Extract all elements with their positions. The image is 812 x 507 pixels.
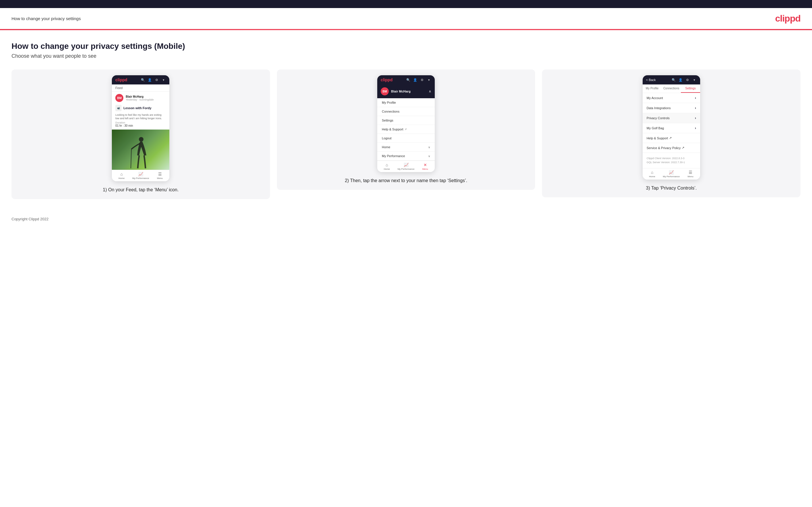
performance-label-2: My Performance [398, 168, 415, 170]
page-title: How to change your privacy settings (Mob… [11, 42, 801, 51]
feed-user-row: BM Blair McHarg Yesterday · Sunningdale [115, 94, 166, 102]
settings-item-serviceprivacy: Service & Privacy Policy ↗ [643, 143, 700, 153]
golfer-silhouette [129, 135, 152, 170]
performance-nav-item-2: 📈 My Performance [397, 163, 416, 170]
performance-icon-3: 📈 [669, 170, 674, 175]
search-icon: 🔍 [141, 77, 145, 82]
avatar: BM [115, 94, 123, 102]
version-info: Clippd Client Version: 2022.8.3-3 GQL Se… [643, 153, 700, 168]
home-label-3: Home [649, 175, 655, 178]
menu-nav-item-3: ☰ Menu [681, 170, 700, 178]
tab-connections: Connections [662, 84, 681, 93]
server-version: GQL Server Version: 2022.7.30-1 [647, 160, 696, 164]
settings-tabs: My Profile Connections Settings [643, 84, 700, 93]
lesson-title: Lesson with Fordy [123, 106, 151, 110]
phone-2-navbar: clippd 🔍 👤 ⚙ ▾ [377, 75, 435, 84]
step-3-caption: 3) Tap ‘Privacy Controls’. [646, 185, 697, 191]
settings-icon-3: ⚙ [685, 77, 690, 82]
chevron-down-icon: ▾ [427, 77, 431, 82]
menu-label-2: Menu [422, 168, 428, 170]
menu-icon: ☰ [158, 172, 162, 176]
tab-settings: Settings [681, 84, 700, 93]
menu-avatar: BM [381, 87, 389, 95]
copyright-text: Copyright Clippd 2022 [11, 217, 49, 221]
phone-1-nav-icons: 🔍 👤 ⚙ ▾ [141, 77, 166, 82]
logo: clippd [775, 13, 801, 24]
mygolfbag-chevron: › [695, 126, 696, 130]
home-expand-icon: ∨ [428, 146, 430, 149]
user-icon-3: 👤 [678, 77, 683, 82]
settings-item-myaccount: My Account › [643, 93, 700, 103]
duration-label: Duration [115, 121, 166, 124]
phone-2-mockup: clippd 🔍 👤 ⚙ ▾ BM Blair McHarg ∧ [377, 75, 435, 172]
home-nav-item-3: ⌂ Home [643, 170, 662, 178]
data-integrations-label: Data Integrations [647, 106, 671, 110]
search-icon: 🔍 [406, 77, 411, 82]
menu-item-settings: Settings [377, 116, 435, 125]
home-label-2: Home [384, 168, 390, 170]
tab-myprofile: My Profile [643, 84, 662, 93]
service-ext-icon: ↗ [682, 146, 684, 150]
page-subtitle: Choose what you want people to see [11, 53, 801, 59]
help-ext-icon: ↗ [669, 136, 672, 140]
step-2-caption: 2) Then, tap the arrow next to your name… [345, 177, 467, 184]
step-3-card: < Back 🔍 👤 ⚙ ▾ My Profile Connections Se… [542, 69, 801, 198]
settings-item-mygolfbag: My Golf Bag › [643, 123, 700, 133]
home-icon-2: ⌂ [386, 163, 388, 167]
menu-user-row: BM Blair McHarg ∧ [377, 84, 435, 98]
external-link-icon: ↗ [405, 128, 407, 131]
feed-username: Blair McHarg [125, 95, 154, 98]
feed-description: Looking to feel like my hands are exitin… [115, 113, 166, 120]
menu-label: Menu [157, 177, 163, 179]
settings-icon: ⚙ [420, 77, 424, 82]
step-2-card: clippd 🔍 👤 ⚙ ▾ BM Blair McHarg ∧ [277, 69, 536, 190]
dataintegrations-chevron: › [695, 106, 696, 110]
main-content: How to change your privacy settings (Mob… [0, 30, 812, 205]
golfer-image [112, 129, 169, 170]
chevron-down-icon-3: ▾ [692, 77, 697, 82]
menu-item-myperformance: My Performance ∨ [377, 152, 435, 161]
home-nav-item: ⌂ Home [112, 172, 131, 179]
feed-date: Yesterday · Sunningdale [125, 98, 154, 101]
user-icon: 👤 [413, 77, 417, 82]
step-1-card: clippd 🔍 👤 ⚙ ▾ Feed BM Blair McHar [11, 69, 270, 199]
home-menu-label: Home [382, 145, 390, 149]
menu-item-helpsupport: Help & Support ↗ [377, 125, 435, 134]
phone-2-bottom-nav: ⌂ Home 📈 My Performance ✕ Menu [377, 161, 435, 172]
performance-nav-item-3: 📈 My Performance [662, 170, 681, 178]
myaccount-chevron: › [695, 96, 696, 100]
menu-nav-item: ☰ Menu [150, 172, 170, 179]
menu-user-chevron: ∧ [429, 89, 431, 93]
help-support-ext: Help & Support ↗ [647, 136, 672, 140]
privacy-controls-label: Privacy Controls [647, 116, 670, 120]
header: How to change your privacy settings clip… [0, 8, 812, 30]
breadcrumb: How to change your privacy settings [11, 16, 81, 21]
menu-user-info: BM Blair McHarg [381, 87, 411, 95]
feed-post: BM Blair McHarg Yesterday · Sunningdale … [112, 92, 169, 129]
client-version: Clippd Client Version: 2022.8.3-3 [647, 156, 696, 160]
steps-container: clippd 🔍 👤 ⚙ ▾ Feed BM Blair McHar [11, 69, 801, 199]
privacycontrols-chevron: › [695, 116, 696, 120]
performance-menu-label: My Performance [382, 154, 405, 158]
footer: Copyright Clippd 2022 [0, 205, 812, 227]
help-support-link: Help & Support ↗ [382, 127, 430, 131]
phone-1-bottom-nav: ⌂ Home 📈 My Performance ☰ Menu [112, 170, 169, 181]
settings-item-privacycontrols: Privacy Controls › [643, 113, 700, 123]
feed-lesson-row: 📹 Lesson with Fordy [115, 104, 166, 112]
performance-nav-item: 📈 My Performance [131, 172, 150, 179]
step-1-caption: 1) On your Feed, tap the ‘Menu’ icon. [103, 186, 179, 193]
user-icon: 👤 [148, 77, 152, 82]
phone-1-navbar: clippd 🔍 👤 ⚙ ▾ [112, 75, 169, 84]
phone-2-nav-icons: 🔍 👤 ⚙ ▾ [406, 77, 431, 82]
phone-3-bottom-nav: ⌂ Home 📈 My Performance ☰ Menu [643, 168, 700, 179]
home-icon-3: ⌂ [651, 170, 653, 175]
menu-username: Blair McHarg [391, 90, 411, 93]
feed-user-info: Blair McHarg Yesterday · Sunningdale [125, 95, 154, 101]
performance-label: My Performance [132, 177, 149, 179]
phone-3-mockup: < Back 🔍 👤 ⚙ ▾ My Profile Connections Se… [643, 75, 700, 179]
phone-1-mockup: clippd 🔍 👤 ⚙ ▾ Feed BM Blair McHar [112, 75, 169, 181]
menu-item-logout: Logout [377, 134, 435, 143]
performance-icon-2: 📈 [404, 163, 409, 167]
performance-label-3: My Performance [663, 175, 680, 178]
menu-item-home: Home ∨ [377, 143, 435, 152]
